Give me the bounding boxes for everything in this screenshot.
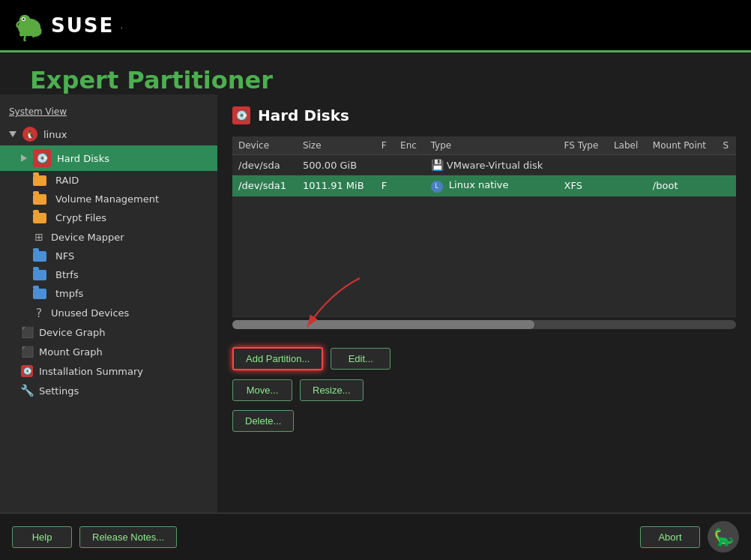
partition-table: Device Size F Enc Type FS Type Label Mou… xyxy=(232,136,736,197)
linux-icon: 🐧 xyxy=(22,127,37,142)
sidebar-item-nfs[interactable]: NFS xyxy=(0,247,217,265)
horizontal-scrollbar[interactable] xyxy=(232,320,736,329)
cell-type: L Linux native xyxy=(425,175,558,197)
sidebar-item-crypt-files[interactable]: Crypt Files xyxy=(0,208,217,227)
col-size: Size xyxy=(297,136,376,155)
cell-label xyxy=(608,175,647,197)
cell-fs-type xyxy=(558,155,608,175)
panel-title-text: Hard Disks xyxy=(258,106,349,124)
wrench-icon: 🔧 xyxy=(21,385,33,397)
chameleon-icon xyxy=(13,10,45,41)
sidebar-item-device-graph[interactable]: ⬛ Device Graph xyxy=(0,322,217,342)
folder-icon xyxy=(33,194,46,205)
footer-left-buttons: Help Release Notes... xyxy=(12,526,177,548)
page-header: Expert Partitioner xyxy=(0,52,751,94)
resize-button[interactable]: Resize... xyxy=(300,379,364,401)
secondary-button-row: Move... Resize... xyxy=(232,379,736,401)
sidebar-item-mount-graph[interactable]: ⬛ Mount Graph xyxy=(0,342,217,361)
add-partition-button[interactable]: Add Partition... xyxy=(232,347,323,370)
app-header: SUSE. xyxy=(0,0,751,52)
col-type: Type xyxy=(425,136,558,155)
cell-label xyxy=(608,155,647,175)
sidebar-linux-label: linux xyxy=(43,129,67,140)
cell-mount-point xyxy=(647,155,717,175)
page-title: Expert Partitioner xyxy=(15,58,736,94)
hard-disk-icon: 💽 xyxy=(33,149,51,167)
table-row[interactable]: /dev/sda1 1011.91 MiB F L Linux native X… xyxy=(232,175,736,197)
edit-button[interactable]: Edit... xyxy=(331,348,390,370)
linux-part-icon: L xyxy=(431,181,443,193)
col-device: Device xyxy=(232,136,297,155)
sidebar-device-mapper-label: Device Mapper xyxy=(51,232,124,243)
sidebar-device-graph-label: Device Graph xyxy=(39,327,105,338)
expand-arrow-icon xyxy=(21,154,27,162)
right-panel: 💽 Hard Disks Device Size F Enc Type FS T… xyxy=(217,94,751,513)
svg-point-3 xyxy=(22,18,25,20)
table-empty-area xyxy=(232,197,736,317)
sidebar-item-volume-management[interactable]: Volume Management xyxy=(0,190,217,208)
cell-size: 500.00 GiB xyxy=(297,155,376,175)
sidebar-settings-label: Settings xyxy=(39,385,79,397)
partition-table-container: Device Size F Enc Type FS Type Label Mou… xyxy=(232,136,736,329)
sidebar-unused-label: Unused Devices xyxy=(51,307,129,319)
installation-summary-icon: 💽 xyxy=(21,365,33,377)
mount-graph-icon: ⬛ xyxy=(21,346,33,358)
folder-icon xyxy=(33,213,46,223)
sidebar: System View 🐧 linux 💽 Hard Disks RAID xyxy=(0,94,217,513)
sidebar-item-unused-devices[interactable]: ? Unused Devices xyxy=(0,303,217,322)
device-graph-icon: ⬛ xyxy=(21,326,33,338)
blue-folder-icon xyxy=(33,270,46,280)
sidebar-item-installation-summary[interactable]: 💽 Installation Summary xyxy=(0,361,217,381)
table-row[interactable]: /dev/sda 500.00 GiB 💾 VMware-Virtual dis… xyxy=(232,155,736,175)
cell-s xyxy=(717,155,736,175)
main-layout: Expert Partitioner System View 🐧 linux 💽… xyxy=(0,52,751,560)
cell-enc xyxy=(394,155,425,175)
panel-title-area: 💽 Hard Disks xyxy=(232,106,736,124)
sidebar-item-raid[interactable]: RAID xyxy=(0,171,217,190)
cell-type: 💾 VMware-Virtual disk xyxy=(425,155,558,175)
col-f: F xyxy=(376,136,394,155)
content-area: System View 🐧 linux 💽 Hard Disks RAID xyxy=(0,94,751,513)
question-icon: ? xyxy=(33,307,45,319)
primary-button-row: Add Partition... Edit... xyxy=(232,347,736,370)
sidebar-item-hard-disks[interactable]: 💽 Hard Disks xyxy=(0,145,217,171)
sidebar-item-settings[interactable]: 🔧 Settings xyxy=(0,381,217,400)
sidebar-item-linux[interactable]: 🐧 linux xyxy=(0,123,217,145)
cell-fs-type: XFS xyxy=(558,175,608,197)
footer: Help Release Notes... Abort 🦕 xyxy=(0,513,751,560)
sidebar-hard-disks-label: Hard Disks xyxy=(57,153,109,164)
tertiary-button-row: Delete... xyxy=(232,410,736,432)
sidebar-nfs-label: NFS xyxy=(55,250,74,262)
abort-button[interactable]: Abort xyxy=(640,526,700,548)
suse-logo: SUSE. xyxy=(13,10,123,41)
col-mount-point: Mount Point xyxy=(647,136,717,155)
delete-button[interactable]: Delete... xyxy=(232,410,294,432)
cell-device: /dev/sda1 xyxy=(232,175,297,197)
release-notes-button[interactable]: Release Notes... xyxy=(79,526,177,548)
expand-arrow-icon xyxy=(9,131,16,137)
sidebar-installation-label: Installation Summary xyxy=(39,366,143,377)
move-button[interactable]: Move... xyxy=(232,379,292,401)
col-label: Label xyxy=(608,136,647,155)
col-enc: Enc xyxy=(394,136,425,155)
col-s: S xyxy=(717,136,736,155)
cell-s xyxy=(717,175,736,197)
help-button[interactable]: Help xyxy=(12,526,72,548)
sidebar-raid-label: RAID xyxy=(55,175,79,186)
sidebar-volume-label: Volume Management xyxy=(55,193,159,205)
sidebar-item-device-mapper[interactable]: ⊞ Device Mapper xyxy=(0,227,217,247)
suse-dot: . xyxy=(120,19,123,31)
sidebar-item-btrfs[interactable]: Btrfs xyxy=(0,265,217,284)
blue-folder-icon xyxy=(33,251,46,262)
sidebar-tmpfs-label: tmpfs xyxy=(55,288,83,299)
panel-hdd-icon: 💽 xyxy=(232,106,250,124)
cell-mount-point: /boot xyxy=(647,175,717,197)
device-mapper-icon: ⊞ xyxy=(33,231,45,243)
sidebar-item-tmpfs[interactable]: tmpfs xyxy=(0,284,217,303)
table-header-row: Device Size F Enc Type FS Type Label Mou… xyxy=(232,136,736,155)
cell-f xyxy=(376,155,394,175)
scroll-thumb[interactable] xyxy=(232,320,534,329)
blue-folder-icon xyxy=(33,289,46,299)
vmware-icon: 💾 xyxy=(431,159,444,171)
sidebar-mount-graph-label: Mount Graph xyxy=(39,346,103,358)
